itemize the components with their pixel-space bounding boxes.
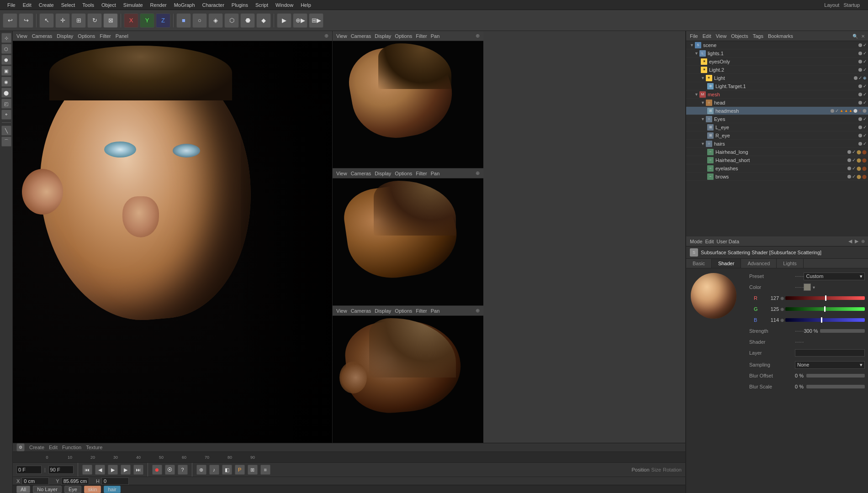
g-slider-thumb[interactable] [824,306,826,312]
menu-edit[interactable]: Edit [19,1,35,9]
tree-light[interactable]: ▼ ☀ Light ✓ ⊕ [686,74,868,82]
l-eye-vis-dot[interactable] [858,126,862,129]
blur-scale-slider[interactable] [806,385,865,388]
tab-shader[interactable]: Shader [712,259,741,268]
hairlong-mat2[interactable]: ⬤ [862,150,867,154]
head-check[interactable]: ✓ [863,100,867,105]
create-label[interactable]: Create [29,445,44,450]
edit-label[interactable]: Edit [49,445,58,450]
blur-offset-track[interactable] [806,374,865,378]
rp-tags[interactable]: Tags [753,33,763,39]
hairshort-check[interactable]: ✓ [852,157,856,163]
brows-vis-dot[interactable] [847,175,851,178]
menu-render[interactable]: Render [147,1,170,9]
texture-label[interactable]: Texture [86,445,102,450]
sp-icons[interactable]: ⊕ [861,239,865,244]
h-value[interactable]: 0 [101,477,129,485]
current-frame-input[interactable] [16,466,42,474]
poly-mode[interactable]: ◆ [256,13,271,28]
hairs-vis-dot[interactable] [858,142,862,146]
hairlong-check[interactable]: ✓ [852,149,856,154]
vp-rt-options[interactable]: Options [395,33,412,39]
vertex-mode[interactable]: ⬡ [224,13,239,28]
play-end-btn[interactable]: ⏭ [133,465,143,475]
next-frame-btn[interactable]: ▶ [121,465,131,475]
color-expand-icon[interactable]: ▾ [813,285,815,290]
r-eye-check[interactable]: ✓ [863,133,867,138]
hairlong-mat[interactable]: ⬤ [857,150,861,154]
brows-mat[interactable]: ⬤ [857,174,861,179]
function-label[interactable]: Function [62,445,81,450]
eyes-vis-dot[interactable] [858,117,862,121]
headmesh-vis-dot[interactable] [831,109,834,113]
menu-plugins[interactable]: Plugins [228,1,252,9]
texture-mode[interactable]: ◈ [208,13,223,28]
menu-help[interactable]: Help [297,1,315,9]
layer-vis-btn[interactable]: ◧ [222,465,232,475]
play-btn[interactable]: ▶ [108,465,118,475]
x-value[interactable]: 0 cm [21,477,49,485]
g-slider-track[interactable] [785,307,865,311]
tree-mesh[interactable]: ▼ M mesh ✓ [686,90,868,99]
tree-eyes[interactable]: ▼ ○ Eyes ✓ [686,115,868,123]
hairshort-vis-dot[interactable] [847,158,851,162]
render-full[interactable]: ⊞▶ [309,13,323,28]
morph-btn[interactable]: ⊞ [248,465,258,475]
vp-rm-view[interactable]: View [336,171,347,176]
vp-rt-view[interactable]: View [336,33,347,39]
hairs-check[interactable]: ✓ [863,141,867,146]
layer-no-btn[interactable]: No Layer [33,486,62,493]
menu-create[interactable]: Create [35,1,58,9]
viewport-main-view[interactable]: View [16,33,27,39]
rp-edit[interactable]: Edit [703,33,711,39]
redo-button[interactable]: ↪ [19,13,33,28]
light-check[interactable]: ✓ [858,75,862,80]
preset-dropdown[interactable]: Custom ▾ [804,273,865,280]
viewport-main-panel[interactable]: Panel [116,33,128,39]
render-queue-btn[interactable]: P [235,465,245,475]
vp-rm-pan[interactable]: Pan [431,171,440,176]
render-to-po[interactable]: ⊕▶ [293,13,307,28]
left-tool-4[interactable]: ▣ [1,66,11,76]
object-mode[interactable]: ○ [192,13,207,28]
hairlong-vis-dot[interactable] [847,150,851,154]
undo-button[interactable]: ↩ [3,13,17,28]
tab-basic[interactable]: Basic [686,259,712,268]
rp-view[interactable]: View [716,33,727,39]
color-swatch[interactable] [804,283,811,291]
lights1-vis-dot[interactable] [858,52,862,55]
sp-mode[interactable]: Mode [690,239,703,244]
blur-scale-track[interactable] [806,385,865,388]
rotate-tool[interactable]: ↻ [87,13,102,28]
scale-tool[interactable]: ⊞ [71,13,86,28]
headmesh-check[interactable]: ✓ [835,108,839,113]
strength-slider-track[interactable] [820,329,865,333]
tree-r-eye[interactable]: ⊞ R_eye ✓ [686,131,868,140]
light2-check[interactable]: ✓ [863,67,867,72]
eyesonly-vis-dot[interactable] [858,60,862,63]
tree-scene[interactable]: ▼ S scene ✓ [686,41,868,49]
edge-mode[interactable]: ⬣ [240,13,255,28]
eyelashes-vis-dot[interactable] [847,167,851,170]
move-tool[interactable]: ✛ [55,13,70,28]
left-tool-5[interactable]: ◉ [1,77,11,87]
head-vis-dot[interactable] [858,101,862,105]
end-frame-input[interactable] [48,466,74,474]
vp-rt-pan[interactable]: Pan [431,33,440,39]
l-eye-check[interactable]: ✓ [863,125,867,130]
menu-file[interactable]: File [4,1,19,9]
layer-skin-btn[interactable]: skin [84,486,101,493]
layer-hair-btn[interactable]: hair [104,486,120,493]
tree-hairshort[interactable]: ~ Hairhead_short ✓ ⬤ ⬤ [686,156,868,164]
model-mode[interactable]: ■ [176,13,191,28]
eyesonly-check[interactable]: ✓ [863,59,867,64]
viewport-main-display[interactable]: Display [57,33,73,39]
play-start-btn[interactable]: ⏮ [82,465,92,475]
vp-rt-display[interactable]: Display [375,33,391,39]
sampling-dropdown[interactable]: None ▾ [795,361,865,369]
sp-nav-right[interactable]: ▶ [855,238,858,244]
sp-edit[interactable]: Edit [705,239,714,244]
rp-file[interactable]: File [690,33,698,39]
timeline-settings[interactable]: ⚙ [16,443,25,451]
r-expand[interactable]: ⊕ [780,296,784,301]
